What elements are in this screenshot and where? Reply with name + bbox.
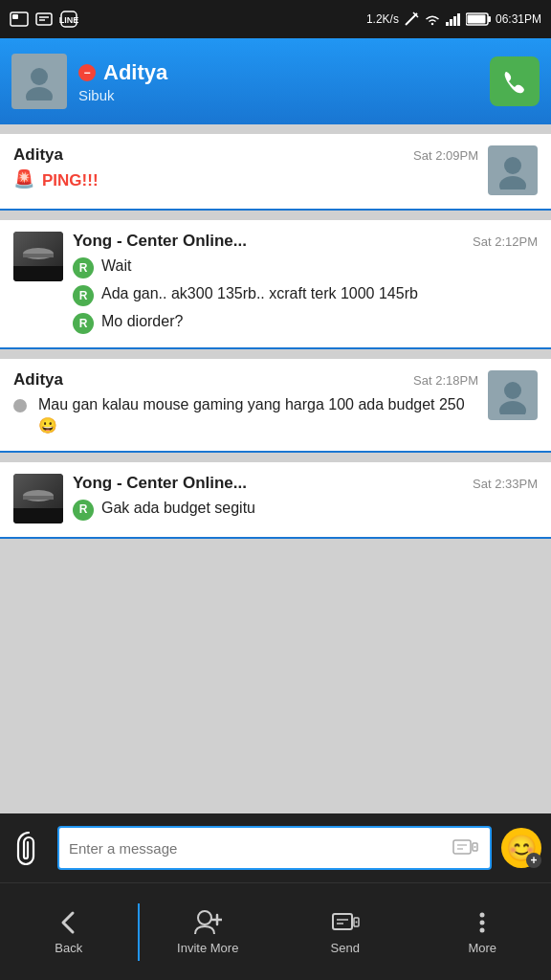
nav-back[interactable]: Back	[0, 909, 138, 955]
nav-invite[interactable]: Invite More	[140, 909, 277, 955]
svg-rect-11	[453, 16, 456, 26]
speed-indicator: 1.2K/s	[366, 12, 399, 26]
attach-button[interactable]	[10, 829, 48, 867]
svg-point-41	[480, 927, 485, 932]
nav-send-label: Send	[331, 941, 360, 955]
message-line: 🚨 PING!!!	[13, 169, 478, 192]
svg-rect-10	[450, 19, 452, 26]
message-time: Sat 2:18PM	[413, 373, 478, 388]
message-text: Mo diorder?	[101, 311, 183, 332]
contact-name-row: − Aditya	[78, 60, 478, 85]
delivered-icon: R	[73, 500, 94, 521]
svg-rect-1	[12, 14, 18, 19]
message-item: Aditya Sat 2:18PM Mau gan kalau mouse ga…	[0, 359, 551, 453]
paperclip-icon	[15, 831, 42, 865]
svg-point-40	[480, 920, 485, 924]
message-item: Yong - Center Online... Sat 2:33PM R Gak…	[0, 462, 551, 539]
svg-point-38	[355, 921, 357, 923]
svg-rect-26	[453, 840, 471, 854]
sender-name: Yong - Center Online...	[73, 474, 247, 493]
message-text: Gak ada budget segitu	[101, 498, 255, 519]
svg-text:LINE: LINE	[59, 15, 78, 25]
message-line: R Wait	[73, 256, 538, 278]
avatar-silhouette	[494, 376, 532, 414]
send-preview-button[interactable]	[450, 833, 480, 863]
edit-icon	[404, 11, 419, 27]
svg-rect-14	[488, 16, 491, 22]
svg-rect-15	[467, 15, 485, 24]
chat-header: − Aditya Sibuk	[0, 38, 551, 124]
contact-status: Sibuk	[78, 87, 478, 103]
status-bar-left: LINE	[10, 10, 78, 29]
contact-info: − Aditya Sibuk	[78, 60, 478, 103]
busy-indicator: −	[78, 64, 96, 81]
phone-icon	[500, 67, 529, 96]
message-time: Sat 2:33PM	[473, 477, 538, 491]
nav-more[interactable]: More	[414, 909, 552, 955]
message-line: Mau gan kalau mouse gaming yang harga 10…	[13, 394, 478, 437]
more-icon	[477, 909, 487, 936]
svg-rect-2	[36, 13, 52, 25]
call-button[interactable]	[490, 56, 540, 106]
message-line: R Mo diorder?	[73, 311, 538, 334]
pending-icon	[13, 399, 27, 412]
contact-avatar	[11, 54, 67, 109]
time-display: 06:31PM	[496, 12, 541, 26]
message-item: Aditya Sat 2:09PM 🚨 PING!!!	[0, 134, 551, 211]
message-text: Wait	[101, 256, 131, 277]
avatar-icon	[20, 62, 58, 100]
ping-text: PING!!!	[42, 169, 99, 192]
contact-name: Aditya	[103, 60, 167, 85]
bbm-icon	[34, 10, 54, 29]
sender-name: Aditya	[13, 370, 63, 390]
message-line: R Gak ada budget segitu	[73, 498, 538, 521]
chat-area: Aditya Sat 2:09PM 🚨 PING!!!	[0, 124, 551, 813]
message-item: Yong - Center Online... Sat 2:12PM R Wai…	[0, 220, 551, 349]
signal-icon	[446, 12, 461, 26]
bottom-navigation: Back Invite More Send	[0, 882, 551, 980]
emoji-button[interactable]: 😊 +	[501, 828, 541, 868]
delivered-icon: R	[73, 313, 94, 334]
message-input-bar: 😊 +	[0, 813, 551, 882]
message-input-wrapper	[57, 826, 492, 870]
gallery-icon	[10, 11, 29, 27]
svg-point-39	[480, 912, 485, 917]
svg-point-31	[198, 911, 211, 924]
yong-avatar	[13, 232, 63, 281]
wifi-icon	[424, 12, 441, 26]
svg-point-19	[499, 176, 526, 189]
svg-rect-12	[457, 13, 460, 26]
svg-point-30	[474, 846, 476, 848]
yong-avatar	[13, 474, 63, 523]
message-text: Mau gan kalau mouse gaming yang harga 10…	[38, 394, 478, 437]
message-time: Sat 2:09PM	[413, 148, 478, 163]
battery-icon	[466, 12, 491, 26]
back-icon	[55, 909, 82, 936]
sender-avatar-right	[488, 370, 538, 420]
svg-point-22	[504, 382, 521, 399]
sender-avatar-right	[488, 145, 538, 195]
nav-send[interactable]: Send	[276, 909, 414, 955]
line-icon: LINE	[59, 10, 78, 29]
svg-point-16	[31, 68, 48, 85]
avatar-silhouette	[494, 151, 532, 189]
svg-rect-9	[446, 22, 449, 26]
svg-point-23	[499, 401, 526, 414]
svg-rect-25	[23, 496, 54, 500]
nav-back-label: Back	[55, 941, 82, 955]
message-text: Ada gan.. ak300 135rb.. xcraft terk 1000…	[101, 283, 418, 304]
status-bar-right: 1.2K/s 06:31PM	[366, 11, 541, 27]
nav-invite-label: Invite More	[177, 941, 238, 955]
message-content: Aditya Sat 2:18PM Mau gan kalau mouse ga…	[13, 370, 538, 437]
add-emoji-plus: +	[526, 853, 541, 868]
svg-rect-21	[23, 254, 54, 257]
sender-name: Yong - Center Online...	[73, 232, 247, 251]
delivered-icon: R	[73, 285, 94, 306]
message-content: Aditya Sat 2:09PM 🚨 PING!!!	[13, 145, 538, 195]
message-input[interactable]	[69, 840, 444, 857]
status-bar: LINE 1.2K/s 06:31PM	[0, 0, 551, 38]
svg-rect-34	[333, 914, 352, 929]
svg-point-17	[26, 87, 53, 100]
nav-more-label: More	[468, 941, 496, 955]
send-preview-icon	[452, 835, 478, 861]
